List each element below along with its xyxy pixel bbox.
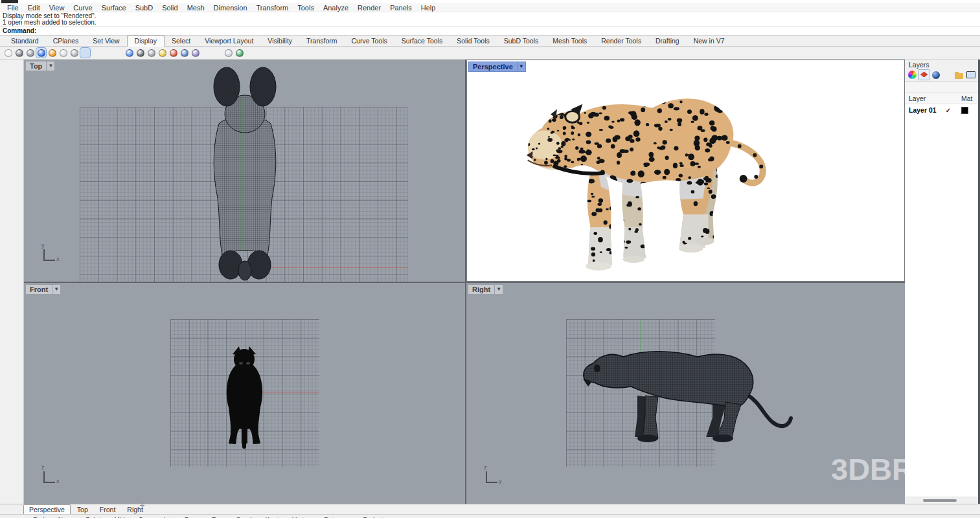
viewport-tab-perspective[interactable]: Perspective	[23, 504, 71, 514]
viewport-label-right[interactable]: Right ▼	[468, 284, 503, 295]
match-layer-icon[interactable]	[965, 83, 973, 91]
artistic-icon[interactable]	[69, 48, 79, 58]
pan-view-icon[interactable]	[102, 48, 112, 58]
materials-tab-icon[interactable]	[931, 70, 940, 80]
circle-center-icon[interactable]	[1, 106, 12, 117]
fullscreen-icon[interactable]	[212, 48, 222, 58]
curve-control-icon[interactable]	[12, 73, 23, 84]
pen-display-icon[interactable]	[80, 48, 90, 58]
viewport-right[interactable]: Right ▼ zy 3DBR	[466, 283, 905, 504]
menu-item-transform[interactable]: Transform	[252, 4, 293, 12]
command-history[interactable]: Display mode set to "Rendered". 1 open m…	[0, 12, 980, 27]
pencil-tab-icon[interactable]	[942, 70, 952, 80]
toolbar-tab-mesh-tools[interactable]: Mesh Tools	[545, 36, 594, 46]
ellipse-icon[interactable]	[12, 84, 23, 95]
clear-display-icon[interactable]	[201, 48, 211, 58]
toolbar-tab-render-tools[interactable]: Render Tools	[594, 36, 648, 46]
toolbar-tab-visibility[interactable]: Visibility	[260, 36, 299, 46]
menu-item-help[interactable]: Help	[416, 4, 440, 12]
layer-row[interactable]: Layer 01 ✓	[905, 104, 978, 116]
menu-item-analyze[interactable]: Analyze	[319, 4, 353, 12]
menu-item-solid[interactable]: Solid	[157, 4, 182, 12]
box-icon[interactable]	[1, 128, 12, 139]
menu-item-tools[interactable]: Tools	[293, 4, 319, 12]
solid-tools-icon[interactable]	[1, 216, 12, 227]
menu-item-mesh[interactable]: Mesh	[183, 4, 209, 12]
copy-icon[interactable]	[1, 238, 12, 249]
circle-icon[interactable]	[1, 84, 12, 95]
single-point-icon[interactable]	[12, 62, 23, 73]
point-grid-icon[interactable]	[12, 194, 23, 205]
leopard-rendered-model[interactable]	[515, 82, 770, 276]
menu-item-curve[interactable]: Curve	[69, 4, 97, 12]
toolbar-tab-set-view[interactable]: Set View	[85, 36, 126, 46]
gold-sphere-icon[interactable]	[157, 48, 167, 58]
filter-icon[interactable]	[957, 83, 964, 91]
text-icon[interactable]	[1, 194, 12, 205]
link-display-icon[interactable]	[234, 48, 244, 58]
surface-plane-icon[interactable]	[1, 117, 12, 128]
patch-icon[interactable]	[12, 249, 23, 260]
folder-tab-icon[interactable]	[954, 70, 964, 80]
toolbar-tab-curve-tools[interactable]: Curve Tools	[345, 36, 394, 46]
layers-tab-icon[interactable]	[919, 70, 929, 80]
menu-item-edit[interactable]: Edit	[23, 4, 45, 12]
trim-icon[interactable]	[12, 183, 23, 194]
toolbar-tab-transform[interactable]: Transform	[299, 36, 344, 46]
check-icon[interactable]	[12, 238, 23, 249]
viewport-menu-arrow-icon[interactable]: ▼	[518, 62, 526, 72]
menu-item-render[interactable]: Render	[353, 4, 385, 12]
shade-selected-icon[interactable]	[124, 48, 134, 58]
viewport-top[interactable]: Top ▼ yx	[24, 60, 465, 282]
layer-color-swatch[interactable]	[961, 107, 968, 114]
toolbar-tab-display[interactable]: Display	[127, 35, 165, 47]
chamfer-edge-icon[interactable]	[12, 161, 23, 172]
wireframe-icon[interactable]	[3, 48, 13, 58]
toolbar-tab-surface-tools[interactable]: Surface Tools	[394, 36, 450, 46]
point-cloud-icon[interactable]	[12, 172, 23, 183]
menu-item-file[interactable]: File	[3, 4, 23, 12]
leopard-mesh-top-view[interactable]	[193, 62, 297, 281]
ghost-box-icon[interactable]	[223, 48, 233, 58]
menu-item-panels[interactable]: Panels	[385, 4, 416, 12]
boolean-union-icon[interactable]	[1, 150, 12, 161]
panel-scrollbar[interactable]	[905, 497, 978, 504]
toolbar-tab-solid-tools[interactable]: Solid Tools	[450, 36, 497, 46]
toolbar-tab-select[interactable]: Select	[165, 36, 198, 46]
quadrant-sphere-icon[interactable]	[168, 48, 178, 58]
deform-box-icon[interactable]	[12, 139, 23, 150]
viewport-tab-front[interactable]: Front	[95, 505, 121, 514]
toolbar-tab-subd-tools[interactable]: SubD Tools	[497, 36, 546, 46]
menu-item-dimension[interactable]: Dimension	[209, 4, 252, 12]
annotate-icon[interactable]	[12, 227, 23, 238]
focus-sphere-icon[interactable]	[190, 48, 200, 58]
toolbar-tab-viewport-layout[interactable]: Viewport Layout	[198, 36, 260, 46]
rectangle-icon[interactable]	[12, 95, 23, 106]
toolbar-tab-new-in-v7[interactable]: New in V7	[687, 36, 732, 46]
viewport-menu-arrow-icon[interactable]: ▼	[47, 61, 55, 71]
technical-icon[interactable]	[58, 48, 68, 58]
zoom-view-icon[interactable]	[113, 48, 123, 58]
array-icon[interactable]	[1, 227, 12, 238]
toolbar-tab-cplanes[interactable]: CPlanes	[46, 36, 86, 46]
move-down-icon[interactable]	[940, 83, 948, 91]
new-viewport-tab-icon[interactable]: ✛	[137, 499, 148, 510]
arc-icon[interactable]	[1, 95, 12, 106]
move-up-icon[interactable]	[931, 83, 939, 91]
viewport-menu-arrow-icon[interactable]: ▼	[495, 284, 503, 295]
curve-blend-icon[interactable]	[12, 106, 23, 117]
leopard-silhouette-front-view[interactable]	[220, 344, 269, 449]
colors-tab-icon[interactable]	[907, 70, 917, 80]
flat-shade-icon[interactable]	[135, 48, 145, 58]
shaded-icon[interactable]	[14, 48, 24, 58]
group-spheres-icon[interactable]	[1, 172, 12, 183]
menu-item-subd[interactable]: SubD	[131, 4, 158, 12]
display-tab-icon[interactable]	[966, 70, 975, 80]
curve-interpolate-icon[interactable]	[1, 73, 12, 84]
extend-curve-icon[interactable]	[1, 183, 12, 194]
fillet-edge-icon[interactable]	[1, 161, 12, 172]
viewport-front[interactable]: Front ▼ zx	[24, 283, 465, 504]
select-pointer-icon[interactable]	[1, 62, 12, 73]
hatch-icon[interactable]	[12, 205, 23, 216]
viewport-menu-arrow-icon[interactable]: ▼	[52, 284, 61, 295]
